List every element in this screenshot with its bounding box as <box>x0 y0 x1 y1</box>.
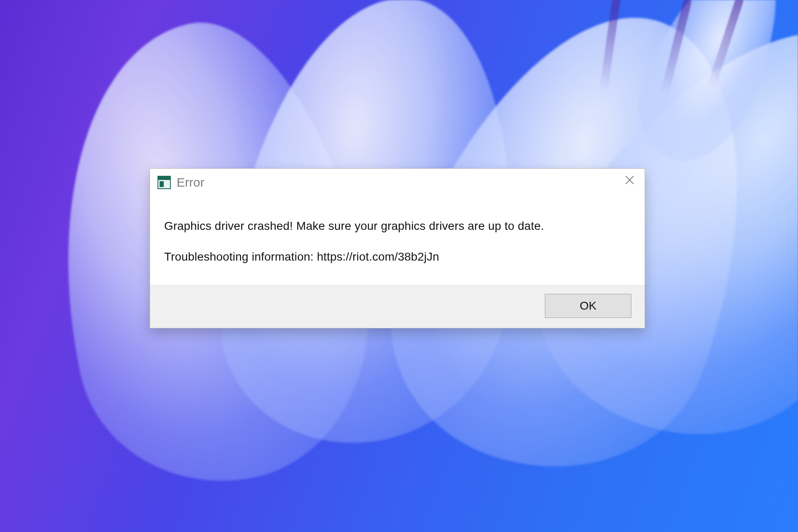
close-button[interactable] <box>615 169 645 193</box>
dialog-button-row: OK <box>150 285 645 328</box>
dialog-titlebar[interactable]: Error <box>150 169 645 196</box>
dialog-content: Graphics driver crashed! Make sure your … <box>150 196 645 285</box>
close-icon <box>625 175 634 186</box>
app-icon <box>158 176 171 189</box>
error-dialog: Error Graphics driver crashed! Make sure… <box>150 168 645 328</box>
error-message-line1: Graphics driver crashed! Make sure your … <box>164 219 631 233</box>
ok-button[interactable]: OK <box>545 294 631 318</box>
dialog-title: Error <box>177 175 204 190</box>
error-message-line2: Troubleshooting information: https://rio… <box>164 250 631 264</box>
